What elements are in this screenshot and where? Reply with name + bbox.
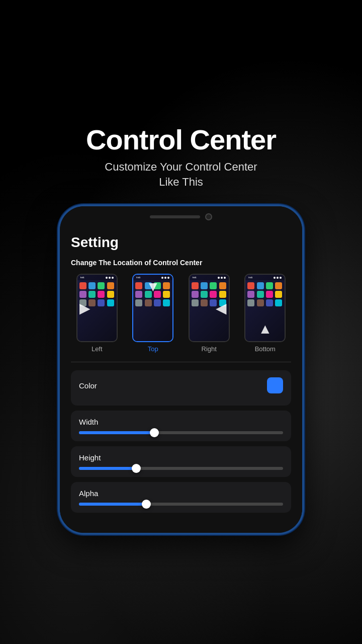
app-icon (266, 282, 273, 289)
app-icon (266, 299, 273, 306)
app-icon (98, 282, 105, 289)
left-arrow-icon: ▶ (79, 300, 90, 316)
app-icon (257, 299, 264, 306)
height-track-fill (79, 467, 136, 470)
app-icon (275, 282, 282, 289)
dot2 (277, 277, 279, 279)
right-label: Right (202, 345, 217, 353)
status-icons-bottom (274, 277, 282, 279)
height-row-header: Height (79, 453, 283, 462)
alpha-thumb[interactable] (142, 500, 151, 509)
screen-left: 9:41 (77, 275, 117, 341)
bottom-label: Bottom (255, 345, 276, 353)
phone-thumb-bottom: 9:41 (244, 274, 286, 342)
app-icon (107, 291, 114, 298)
app-icon (257, 291, 264, 298)
subtitle-line2: Like This (159, 176, 203, 188)
alpha-slider[interactable] (79, 503, 283, 506)
header-section: Control Center Customize Your Control Ce… (86, 109, 276, 190)
width-label: Width (79, 418, 98, 426)
app-icon (210, 282, 217, 289)
app-icon (257, 282, 264, 289)
location-card-bottom[interactable]: 9:41 (239, 274, 292, 353)
right-arrow-icon: ◀ (216, 300, 227, 316)
dot2 (109, 277, 111, 279)
alpha-label: Alpha (79, 489, 98, 498)
location-options: 9:41 (71, 274, 291, 353)
status-bar-left: 9:41 (77, 275, 117, 280)
app-icon (145, 299, 152, 306)
screen-top: 9:41 (133, 275, 172, 341)
app-icon (107, 282, 114, 289)
status-bar-bottom: 9:41 (245, 275, 285, 280)
app-icon (154, 299, 161, 306)
width-slider[interactable] (79, 431, 283, 434)
time-right: 9:41 (193, 276, 197, 279)
app-icon (247, 299, 254, 306)
dot1 (218, 277, 220, 279)
subtitle: Customize Your Control Center Like This (86, 159, 276, 191)
dot3 (280, 277, 282, 279)
alpha-setting-row[interactable]: Alpha (71, 482, 291, 513)
camera-icon (205, 213, 212, 220)
subtitle-line1: Customize Your Control Center (105, 160, 257, 173)
dot3 (167, 277, 169, 279)
dot3 (112, 277, 114, 279)
app-icon (192, 291, 199, 298)
settings-section: Color Width Hei (71, 370, 291, 513)
app-icon (247, 282, 254, 289)
status-bar-right: 9:41 (190, 275, 229, 280)
dot2 (221, 277, 223, 279)
color-label: Color (79, 381, 97, 390)
app-icon (192, 299, 199, 306)
phone-mockup: Setting Change The Location of Control C… (58, 204, 304, 535)
width-thumb[interactable] (150, 428, 159, 437)
app-icon (163, 299, 170, 306)
top-arrow-icon: ▼ (146, 279, 160, 295)
color-row-header: Color (79, 377, 283, 393)
alpha-row-header: Alpha (79, 489, 283, 498)
status-icons-top (161, 277, 169, 279)
width-track-fill (79, 431, 154, 434)
height-thumb[interactable] (132, 464, 141, 473)
screen-bottom: 9:41 (245, 275, 285, 341)
app-icon (210, 291, 217, 298)
dot1 (161, 277, 163, 279)
location-card-top[interactable]: 9:41 (127, 274, 179, 353)
phone-thumb-top: 9:41 (132, 274, 173, 342)
time-left: 9:41 (80, 276, 84, 279)
app-icon (88, 282, 96, 289)
left-label: Left (92, 345, 103, 353)
bottom-arrow-icon: ▲ (258, 321, 272, 337)
phone-top-bar (60, 206, 302, 224)
height-setting-row[interactable]: Height (71, 446, 291, 477)
app-icon (247, 291, 254, 298)
status-icons-left (106, 277, 114, 279)
app-icon (192, 282, 199, 289)
app-icon (98, 291, 105, 298)
dot1 (274, 277, 276, 279)
height-slider[interactable] (79, 467, 283, 470)
app-icon (79, 291, 86, 298)
app-icon (201, 291, 208, 298)
app-icon (79, 282, 86, 289)
height-label: Height (79, 453, 101, 462)
app-icon (163, 291, 170, 298)
setting-title: Setting (71, 234, 291, 251)
app-grid-bottom (245, 280, 285, 308)
dot1 (106, 277, 108, 279)
color-setting-row[interactable]: Color (71, 370, 291, 406)
app-icon (275, 299, 282, 306)
app-icon (107, 299, 114, 306)
notch-area (150, 213, 212, 220)
location-card-left[interactable]: 9:41 (71, 274, 123, 353)
time-bottom: 9:41 (248, 276, 252, 279)
app-icon (201, 282, 208, 289)
phone-thumb-left: 9:41 (76, 274, 118, 342)
color-swatch[interactable] (267, 377, 283, 393)
dot3 (224, 277, 226, 279)
status-icons-right (218, 277, 226, 279)
width-setting-row[interactable]: Width (71, 411, 291, 441)
page-wrapper: Control Center Customize Your Control Ce… (0, 109, 362, 535)
location-card-right[interactable]: 9:41 (183, 274, 235, 353)
